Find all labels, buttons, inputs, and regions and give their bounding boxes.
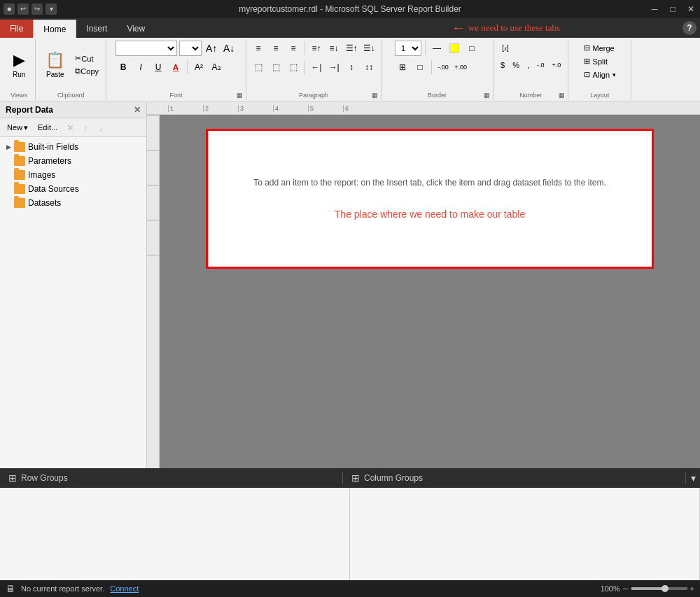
undo-btn[interactable]: ↩ [18, 3, 29, 15]
zoom-minus-btn[interactable]: ─ [623, 584, 629, 593]
font-name-select[interactable] [115, 41, 177, 56]
align-center-top-btn[interactable]: ≡ [268, 41, 284, 56]
para-expand-icon[interactable]: ▦ [372, 92, 378, 99]
copy-button[interactable]: ⧉ Copy [72, 65, 102, 77]
number-expand-icon[interactable]: ▦ [559, 92, 565, 99]
tab-view[interactable]: View [117, 20, 155, 38]
expander-data-sources[interactable] [3, 183, 14, 195]
ruler-v-mark-1 [147, 115, 159, 150]
comma-btn[interactable]: , [524, 59, 532, 71]
zoom-plus-btn[interactable]: + [690, 584, 694, 593]
tree-item-parameters[interactable]: Parameters [0, 154, 146, 168]
delete-btn[interactable]: ✕ [63, 120, 77, 134]
connect-link[interactable]: Connect [110, 584, 139, 593]
font-row-1: A↑ A↓ [115, 41, 237, 56]
expander-built-in[interactable]: ▶ [3, 141, 14, 153]
tab-file[interactable]: File [0, 20, 33, 38]
align-left-btn[interactable]: ⬚ [251, 59, 266, 75]
redo-btn[interactable]: ↪ [31, 3, 43, 15]
fill-color-btn[interactable] [447, 41, 462, 56]
border-expand-icon[interactable]: ▦ [484, 92, 490, 99]
list-btn-1[interactable]: ≡↑ [309, 41, 324, 56]
help-button[interactable]: ? [682, 21, 696, 35]
no-border-btn[interactable]: □ [412, 59, 428, 75]
folder-datasets [14, 198, 25, 208]
inc-dec-btn[interactable]: +.00 [453, 59, 468, 75]
tab-home[interactable]: Home [33, 20, 76, 38]
indent-left-btn[interactable]: ←| [309, 59, 324, 75]
italic-btn[interactable]: I [133, 59, 148, 75]
font-color-btn[interactable]: A [168, 59, 183, 75]
tree-item-data-sources[interactable]: Data Sources [0, 182, 146, 196]
edit-btn[interactable]: Edit... [34, 122, 62, 133]
maximize-btn[interactable]: □ [664, 0, 682, 18]
font-size-select[interactable] [179, 41, 202, 56]
expander-datasets[interactable] [3, 197, 14, 209]
line-spacing-btn[interactable]: ↕ [344, 59, 359, 75]
bold-btn[interactable]: B [115, 59, 131, 75]
folder-data-sources [14, 184, 25, 194]
align-left-top-btn[interactable]: ≡ [251, 41, 266, 56]
border-row-1: 1 pt — □ [395, 41, 479, 56]
tab-insert[interactable]: Insert [76, 20, 117, 38]
subscript-btn[interactable]: A₂ [209, 59, 224, 75]
report-data-close-btn[interactable]: ✕ [134, 105, 141, 115]
ribbon-group-number: [𝑥] $ % , -.0 +.0 Number ▦ [493, 39, 568, 100]
report-page[interactable]: To add an item to the report: on the Ins… [206, 129, 654, 269]
border-style-btn[interactable]: □ [464, 41, 479, 56]
window-title: myreportcustomer.rdl - Microsoft SQL Ser… [239, 4, 461, 14]
report-data-toolbar: New ▾ Edit... ✕ ↑ ↓ [0, 118, 146, 137]
align-center-btn[interactable]: ⬚ [268, 59, 284, 75]
align-right-top-btn[interactable]: ≡ [286, 41, 301, 56]
dec-minus-btn[interactable]: -.0 [534, 60, 547, 70]
font-expand-icon[interactable]: ▦ [237, 92, 243, 99]
bottom-panel-expand-btn[interactable]: ▾ [686, 471, 700, 485]
list-btn-4[interactable]: ☰↓ [361, 41, 377, 56]
dec-plus-btn[interactable]: +.0 [550, 60, 564, 70]
main-area: Report Data ✕ New ▾ Edit... ✕ ↑ ↓ ▶ Buil… [0, 102, 700, 468]
tree-item-built-in-fields[interactable]: ▶ Built-in Fields [0, 140, 146, 154]
split-btn[interactable]: ⊞ Split [581, 55, 619, 67]
ruler-v-mark-5 [147, 255, 159, 290]
expander-parameters[interactable] [3, 155, 14, 167]
list-btn-2[interactable]: ≡↓ [326, 41, 342, 56]
currency-btn[interactable]: $ [498, 59, 507, 71]
border-color-btn[interactable]: — [429, 41, 444, 56]
dec-dec-btn[interactable]: -.00 [435, 59, 451, 75]
cut-button[interactable]: ✂ Cut [72, 52, 102, 64]
tree-item-images[interactable]: Images [0, 168, 146, 182]
border-all-btn[interactable]: ⊞ [395, 59, 410, 75]
grow-font-btn[interactable]: A↑ [204, 41, 219, 56]
row-groups-tab[interactable]: ⊞ Row Groups [0, 472, 343, 484]
number-label: Number [493, 92, 568, 99]
paste-icon: 📋 [46, 51, 64, 69]
underline-btn[interactable]: U [150, 59, 166, 75]
zoom-slider-thumb[interactable] [662, 585, 668, 592]
minimize-btn[interactable]: ─ [645, 0, 664, 18]
expander-images[interactable] [3, 169, 14, 181]
move-up-btn[interactable]: ↑ [78, 120, 92, 134]
new-dropdown-btn[interactable]: New ▾ [3, 122, 32, 134]
align-right-btn[interactable]: ⬚ [286, 59, 301, 75]
built-in-label: Built-in Fields [28, 142, 78, 152]
border-size-select[interactable]: 1 pt [395, 41, 421, 56]
more-btn[interactable]: ▾ [46, 3, 57, 15]
percent-btn[interactable]: % [510, 59, 522, 71]
zoom-slider[interactable] [631, 587, 687, 590]
move-down-btn[interactable]: ↓ [94, 120, 108, 134]
align-icon: ⊡ [584, 70, 590, 79]
close-btn[interactable]: ✕ [682, 0, 700, 18]
run-button[interactable]: ▶ Run [7, 48, 31, 81]
merge-btn[interactable]: ⊟ Merge [581, 42, 619, 54]
expr-btn[interactable]: [𝑥] [498, 41, 513, 56]
align-layout-btn[interactable]: ⊡ Align ▾ [581, 69, 619, 80]
list-btn-3[interactable]: ☰↑ [344, 41, 359, 56]
para-spacing-btn[interactable]: ↕↕ [361, 59, 377, 75]
paste-button[interactable]: 📋 Paste [40, 48, 70, 81]
column-groups-tab[interactable]: ⊞ Column Groups [343, 472, 686, 484]
shrink-font-btn[interactable]: A↓ [221, 41, 237, 56]
tree-item-datasets[interactable]: Datasets [0, 196, 146, 210]
border-row-2: ⊞ □ -.00 +.00 [395, 59, 479, 75]
superscript-btn[interactable]: A² [191, 59, 206, 75]
indent-right-btn[interactable]: →| [326, 59, 342, 75]
